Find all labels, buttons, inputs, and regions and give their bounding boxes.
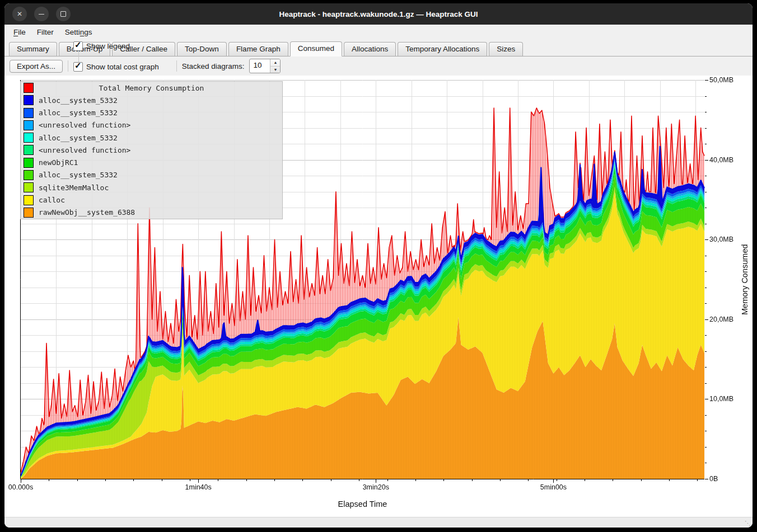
legend-row: <unresolved function> [21,119,282,131]
legend-row: Total Memory Consumption [21,82,282,94]
x-axis-title: Elapsed Time [21,500,704,509]
legend-label: calloc [39,196,65,204]
resize-grip[interactable]: ⋱ [744,520,751,526]
legend-row: alloc__system_5332 [21,94,282,106]
checkmark-icon: ✓ [74,40,82,50]
legend-label: sqlite3MemMalloc [39,183,109,192]
window-title: Heaptrack - heaptrack.wakunode.1.gz — He… [4,10,753,18]
title-bar: ✕ Heaptrack - heaptrack.wakunode.1.gz — … [4,3,753,25]
legend-swatch [24,120,34,130]
legend-label: alloc__system_5332 [39,109,118,117]
legend-title: Total Memory Consumption [39,84,282,92]
status-bar: ⋱ [4,517,753,528]
checkbox-box[interactable]: ✓ [73,62,83,72]
tab-flame-graph[interactable]: Flame Graph [228,42,288,56]
menu-item-filter[interactable]: Filter [31,27,59,37]
chart-legend: Total Memory Consumptionalloc__system_53… [20,81,283,219]
tab-consumed[interactable]: Consumed [290,41,342,57]
maximize-icon [60,11,66,17]
close-button[interactable]: ✕ [12,7,27,21]
menu-item-settings[interactable]: Settings [59,27,98,37]
legend-swatch [24,108,34,118]
checkbox-label: Show total cost graph [86,63,159,71]
legend-row: newObjRC1 [21,157,282,169]
legend-row: alloc__system_5332 [21,169,282,181]
app-window: ✕ Heaptrack - heaptrack.wakunode.1.gz — … [4,3,753,528]
legend-label: alloc__system_5332 [39,96,118,105]
x-tick-label: 00.000s [8,483,33,491]
tab-sizes[interactable]: Sizes [489,42,523,56]
checkbox-label: Show legend [86,42,130,50]
legend-row: calloc [21,194,282,206]
legend-swatch [24,133,34,143]
legend-swatch [24,145,34,155]
y-tick-label: 30,0MB [709,236,733,243]
window-controls: ✕ [4,7,71,21]
y-axis-title: Memory Consumed [738,80,751,479]
export-as-button[interactable]: Export As... [10,60,63,73]
y-tick-label: 0B [709,475,718,483]
legend-label: <unresolved function> [39,146,130,154]
legend-swatch [24,182,34,192]
y-tick-label: 50,0MB [709,76,733,84]
legend-label: rawNewObj__system_6388 [39,208,135,216]
legend-label: alloc__system_5332 [39,171,118,179]
menu-bar: FileFilterSettings [4,25,753,39]
x-tick-label: 1min40s [185,483,212,491]
y-tick-label: 10,0MB [709,395,733,403]
spin-down-button[interactable]: ▼ [270,67,280,73]
tab-allocations[interactable]: Allocations [344,42,396,56]
legend-label: <unresolved function> [39,121,130,129]
legend-label: alloc__system_5332 [39,134,118,142]
checkbox-show-legend[interactable]: ✓Show legend [73,41,171,51]
legend-row: rawNewObj__system_6388 [21,206,282,219]
toolbar-separator [176,60,177,72]
tab-temporary-allocations[interactable]: Temporary Allocations [398,42,487,56]
legend-swatch [24,83,34,93]
y-tick-label: 40,0MB [709,156,733,164]
checkbox-box[interactable]: ✓ [73,41,83,51]
legend-row: alloc__system_5332 [21,131,282,144]
chart-panel: Total Memory Consumptionalloc__system_53… [4,76,753,517]
stacked-diagrams-label: Stacked diagrams: [182,62,245,70]
toolbar: Export As... ✓Show legend✓Show total cos… [4,57,753,76]
y-tick-label: 20,0MB [709,316,733,323]
legend-swatch [24,195,34,205]
legend-row: alloc__system_5332 [21,107,282,119]
legend-row: sqlite3MemMalloc [21,181,282,194]
legend-swatch [24,95,34,105]
legend-row: <unresolved function> [21,144,282,156]
legend-swatch [24,170,34,180]
legend-swatch [24,208,34,218]
spin-up-button[interactable]: ▲ [270,59,280,67]
legend-label: newObjRC1 [39,158,78,167]
tab-summary[interactable]: Summary [9,42,57,56]
x-tick-label: 5min00s [540,483,567,491]
close-icon: ✕ [17,11,22,17]
tab-top-down[interactable]: Top-Down [177,42,227,56]
x-tick-label: 3min20s [363,483,389,491]
legend-swatch [24,158,34,168]
menu-item-file[interactable]: File [8,27,31,37]
stacked-diagrams-spinbox[interactable]: 10 ▲ ▼ [249,59,281,73]
checkmark-icon: ✓ [74,60,82,70]
minimize-button[interactable] [34,7,49,21]
spinbox-value[interactable]: 10 [250,59,270,73]
maximize-button[interactable] [56,7,71,21]
toolbar-separator [68,60,68,72]
checkbox-show-total-cost-graph[interactable]: ✓Show total cost graph [73,62,171,72]
minimize-icon [39,14,44,15]
